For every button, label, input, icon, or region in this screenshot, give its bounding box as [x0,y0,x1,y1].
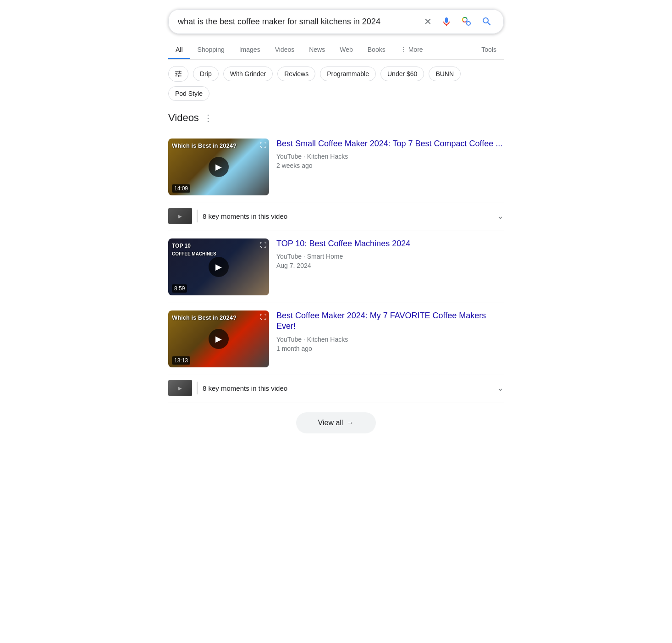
sliders-icon [174,70,182,78]
nav-tabs: All Shopping Images Videos News Web Book… [168,41,504,60]
key-moments-thumb-1: ▶ [168,208,192,224]
video-thumbnail-3[interactable]: Which is Best in 2024? ▶ 13:13 ⛶ [168,310,269,367]
search-icon [481,16,492,27]
tab-tools[interactable]: Tools [474,41,504,59]
fullscreen-icon-3: ⛶ [260,313,266,321]
duration-2: 8:59 [172,284,187,293]
mic-icon [441,16,452,27]
video-info-2: TOP 10: Best Coffee Machines 2024 YouTub… [276,238,504,269]
view-all-button[interactable]: View all → [296,412,376,433]
view-all-label: View all [318,419,343,427]
video-item-3: Which is Best in 2024? ▶ 13:13 ⛶ Best Co… [168,303,504,375]
key-moments-label-3: 8 key moments in this video [203,384,492,392]
filter-chips: Drip With Grinder Reviews Programmable U… [168,66,504,101]
lens-icon [461,16,472,27]
tab-shopping[interactable]: Shopping [190,41,232,59]
tab-videos[interactable]: Videos [268,41,302,59]
video-date-3: 1 month ago [276,345,504,352]
google-lens-button[interactable] [459,14,474,29]
filter-programmable[interactable]: Programmable [320,67,376,81]
tab-news[interactable]: News [302,41,332,59]
tab-web[interactable]: Web [332,41,360,59]
video-item-2: TOP 10COFFEE MACHINES ▶ 8:59 ⛶ TOP 10: B… [168,231,504,303]
fullscreen-icon-2: ⛶ [260,241,266,249]
key-moments-row-3[interactable]: ▶ 8 key moments in this video ⌄ [168,375,504,403]
section-menu-icon[interactable]: ⋮ [204,112,213,123]
filter-reviews[interactable]: Reviews [277,67,315,81]
svg-line-5 [466,21,467,22]
video-date-1: 2 weeks ago [276,162,504,169]
video-meta-1: YouTube · Kitchen Hacks [276,153,504,160]
tab-more[interactable]: ⋮ More [393,41,430,59]
key-moments-row-1[interactable]: ▶ 8 key moments in this video ⌄ [168,203,504,231]
expand-icon-3[interactable]: ⌄ [497,383,504,393]
view-all-arrow: → [347,419,354,427]
filter-pod-style[interactable]: Pod Style [168,86,209,101]
key-moments-label-1: 8 key moments in this video [203,212,492,220]
view-all-container: View all → [168,403,504,443]
video-date-2: Aug 7, 2024 [276,262,504,269]
filter-bunn[interactable]: BUNN [429,67,461,81]
filter-under-60[interactable]: Under $60 [380,67,424,81]
expand-icon-1[interactable]: ⌄ [497,211,504,221]
video-title-3[interactable]: Best Coffee Maker 2024: My 7 FAVORITE Co… [276,310,504,332]
svg-point-4 [467,22,470,25]
filter-drip[interactable]: Drip [193,67,219,81]
videos-section-header: Videos ⋮ [168,112,504,124]
key-moments-thumb-3: ▶ [168,380,192,396]
tab-all[interactable]: All [168,41,190,59]
filter-with-grinder[interactable]: With Grinder [223,67,273,81]
search-bar: ✕ [168,9,504,34]
voice-search-button[interactable] [439,14,454,29]
filter-settings-button[interactable] [168,66,188,82]
key-moments-divider-3 [197,382,198,394]
fullscreen-icon-1: ⛶ [260,141,266,149]
key-moments-divider-1 [197,210,198,222]
video-info-1: Best Small Coffee Maker 2024: Top 7 Best… [276,139,504,169]
play-button-2[interactable]: ▶ [209,257,229,277]
video-thumbnail-2[interactable]: TOP 10COFFEE MACHINES ▶ 8:59 ⛶ [168,238,269,295]
play-button-1[interactable]: ▶ [209,157,229,177]
video-thumbnail-1[interactable]: Which is Best in 2024? ▶ 14:09 ⛶ [168,139,269,195]
video-item-1: Which is Best in 2024? ▶ 14:09 ⛶ Best Sm… [168,131,504,203]
tab-books[interactable]: Books [360,41,393,59]
search-input[interactable] [178,17,422,27]
clear-button[interactable]: ✕ [422,14,434,29]
videos-section-title: Videos [168,112,199,124]
video-info-3: Best Coffee Maker 2024: My 7 FAVORITE Co… [276,310,504,352]
thumb3-text: Which is Best in 2024? [172,314,237,322]
video-title-1[interactable]: Best Small Coffee Maker 2024: Top 7 Best… [276,139,504,149]
video-title-2[interactable]: TOP 10: Best Coffee Machines 2024 [276,238,504,249]
duration-1: 14:09 [172,184,190,193]
video-meta-3: YouTube · Kitchen Hacks [276,336,504,343]
duration-3: 13:13 [172,356,190,365]
play-button-3[interactable]: ▶ [209,329,229,349]
thumb1-text: Which is Best in 2024? [172,142,237,150]
tab-images[interactable]: Images [232,41,268,59]
thumb2-text: TOP 10COFFEE MACHINES [172,242,216,258]
search-button[interactable] [479,14,494,29]
video-meta-2: YouTube · Smart Home [276,253,504,260]
